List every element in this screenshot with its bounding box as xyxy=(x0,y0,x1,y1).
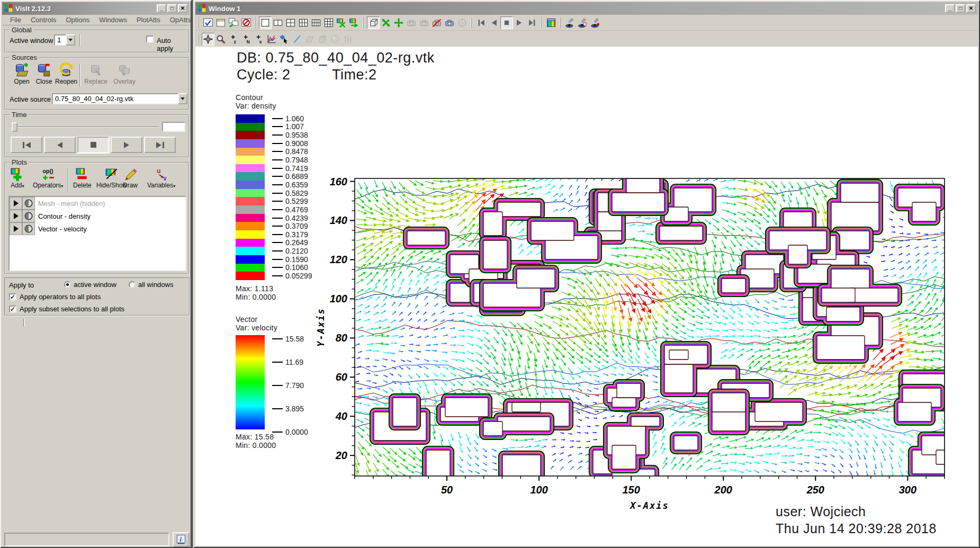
maximize-button[interactable]: □ xyxy=(167,4,177,13)
close-button[interactable]: ✕ xyxy=(966,4,976,13)
perspective-cube-icon[interactable] xyxy=(367,16,380,29)
visibility-toggle-icon[interactable] xyxy=(22,197,35,210)
layout-2x2-icon[interactable] xyxy=(284,16,297,29)
layout-2x3-icon[interactable] xyxy=(297,16,310,29)
play-reverse-icon[interactable] xyxy=(488,16,500,29)
expand-arrow-icon[interactable] xyxy=(10,210,22,222)
new-window-icon[interactable] xyxy=(214,16,227,29)
play-forward-icon[interactable] xyxy=(513,16,526,29)
toolbar-grip[interactable] xyxy=(471,17,473,29)
apply-to-radio-all-windows[interactable]: all windows xyxy=(129,281,173,289)
menu-file[interactable]: File xyxy=(5,16,26,24)
camera-blue-icon[interactable] xyxy=(443,16,456,29)
plot-list-item[interactable]: Vector - velocity xyxy=(10,222,185,235)
toolbar-grip[interactable] xyxy=(197,33,200,45)
minimize-button[interactable]: _ xyxy=(157,4,166,13)
toolbar-grip[interactable] xyxy=(197,17,200,29)
auto-apply-checkbox[interactable] xyxy=(146,35,154,43)
lineout-mode-icon[interactable] xyxy=(265,33,278,46)
toolbar-grip[interactable] xyxy=(541,17,543,29)
svg-text:100: 100 xyxy=(530,484,547,496)
plots-draw-button[interactable]: Draw xyxy=(123,167,138,193)
visibility-toggle-icon[interactable] xyxy=(22,210,35,222)
spin-window-icon[interactable] xyxy=(545,16,558,29)
vector-plot[interactable]: 50100150200250300X-Axis20406080100120140… xyxy=(308,159,965,519)
visualization-viewport[interactable]: DB: 0.75_80_40_04_02-rg.vtk Cycle: 2 Tim… xyxy=(195,47,978,546)
time-slider-handle[interactable] xyxy=(12,122,17,132)
draw-plots-icon[interactable] xyxy=(348,16,361,29)
zoom-z-icon[interactable]: z xyxy=(227,33,240,46)
menu-options[interactable]: Options xyxy=(61,16,94,24)
active-source-select[interactable]: 0.75_80_40_04_02-rg.vtk xyxy=(52,93,187,104)
recenter-view-icon[interactable] xyxy=(392,16,405,29)
node-pick-icon[interactable] xyxy=(278,33,291,46)
zone-pick-icon[interactable] xyxy=(291,33,303,46)
open-source-button[interactable]: Open xyxy=(10,62,34,88)
active-window-select[interactable]: 1 xyxy=(54,34,75,46)
plot-list-item[interactable]: Contour - density xyxy=(10,210,185,222)
expand-arrow-icon[interactable] xyxy=(10,222,22,235)
toolbar-grip[interactable] xyxy=(255,17,257,29)
plots-operators-button[interactable]: op()Operators▾ xyxy=(33,167,63,193)
contour-swatch xyxy=(236,172,265,181)
layout-1x1-icon[interactable] xyxy=(259,16,272,29)
svg-text:s: s xyxy=(259,39,262,44)
main-titlebar[interactable]: VisIt 2.12.3 _ □ ✕ xyxy=(2,2,190,15)
play-reverse-button[interactable] xyxy=(44,137,76,153)
expand-arrow-icon[interactable] xyxy=(10,197,22,210)
next-timestep-icon[interactable] xyxy=(526,16,538,29)
navigate-compass-icon[interactable] xyxy=(202,33,214,46)
clone-window-icon[interactable] xyxy=(227,16,240,29)
db-title: DB: 0.75_80_40_04_02-rg.vtk xyxy=(237,50,435,66)
layout-2x4-icon[interactable] xyxy=(310,16,322,29)
next-frame-button[interactable] xyxy=(144,137,176,153)
apply-to-radio-active-window[interactable]: active window xyxy=(64,281,116,289)
reopen-source-button[interactable]: Reopen xyxy=(54,62,78,88)
time-slider[interactable] xyxy=(11,122,159,132)
menu-plotatts[interactable]: PlotAtts xyxy=(132,16,165,24)
lock-tools-icon[interactable] xyxy=(589,16,602,29)
stop-timestep-icon[interactable] xyxy=(500,16,513,29)
menu-controls[interactable]: Controls xyxy=(26,16,61,24)
plots-add-button[interactable]: Add▾ xyxy=(11,167,24,193)
zoom-n-icon[interactable]: N xyxy=(240,33,253,46)
notepad-splitter[interactable] xyxy=(23,319,25,326)
plots-variables-button[interactable]: uvVariables▾ xyxy=(147,167,175,193)
prev-frame-button[interactable] xyxy=(11,137,42,153)
stop-button[interactable] xyxy=(77,137,109,153)
prev-timestep-icon[interactable] xyxy=(475,16,488,29)
lock-navigation-icon[interactable] xyxy=(564,16,577,29)
menu-windows[interactable]: Windows xyxy=(94,16,132,24)
toolbar-grip[interactable] xyxy=(560,17,562,29)
zoom-mode-icon[interactable] xyxy=(214,33,227,46)
minimize-button[interactable]: _ xyxy=(945,4,955,13)
save-camera-2-icon xyxy=(418,16,430,29)
close-source-button[interactable]: Close xyxy=(32,62,56,88)
svg-text:100: 100 xyxy=(330,293,347,304)
delete-plots-icon[interactable] xyxy=(335,16,348,29)
contour-swatch xyxy=(236,156,265,164)
close-button[interactable]: ✕ xyxy=(178,4,187,13)
checkbox-apply-operators-to-all-plots[interactable]: ✓Apply operators to all plots xyxy=(9,293,101,301)
plots-delete-button[interactable]: Delete xyxy=(73,167,92,193)
plot-list-item[interactable]: Mesh - mesh (hidden) xyxy=(10,197,185,210)
contour-legend-entry: 0.4769 xyxy=(236,205,312,214)
delete-window-icon[interactable] xyxy=(240,16,253,29)
layout-3x3-icon[interactable] xyxy=(322,16,335,29)
reset-view-icon[interactable] xyxy=(380,16,392,29)
zoom-s-icon[interactable]: s xyxy=(253,33,265,46)
time-value-field[interactable] xyxy=(162,122,185,132)
toolbar-grip[interactable] xyxy=(363,17,365,29)
play-forward-button[interactable] xyxy=(111,137,142,153)
contour-swatch xyxy=(236,205,265,214)
layout-1x2-icon[interactable] xyxy=(272,16,284,29)
lock-time-icon[interactable] xyxy=(577,16,589,29)
checkbox-apply-subset-selections-to-all-plots[interactable]: ✓Apply subset selections to all plots xyxy=(9,305,124,313)
menu-opatts[interactable]: OpAtts xyxy=(165,16,196,24)
maximize-button[interactable]: □ xyxy=(956,4,965,13)
visibility-toggle-icon[interactable] xyxy=(22,222,35,235)
clear-camera-icon[interactable] xyxy=(430,16,443,29)
window1-titlebar[interactable]: Window 1 _ □ ✕ xyxy=(195,2,978,15)
info-button[interactable]: i xyxy=(173,532,190,547)
window-active-check-icon[interactable] xyxy=(202,16,214,29)
